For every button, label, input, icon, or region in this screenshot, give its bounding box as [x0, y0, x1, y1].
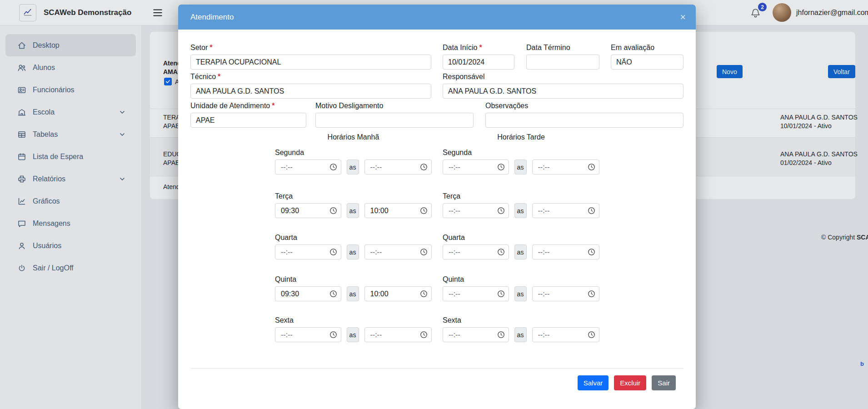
clock-icon	[588, 248, 595, 256]
day-label: Quarta	[443, 234, 599, 242]
tecnico-input[interactable]	[190, 84, 431, 99]
time-separator: as	[347, 244, 359, 259]
clock-icon	[420, 163, 428, 171]
schedule-segunda-morning: Segunda --:-- as --:--	[275, 149, 432, 175]
time-separator: as	[347, 327, 359, 342]
em-avaliacao-input[interactable]	[611, 55, 683, 70]
clock-icon	[497, 207, 505, 214]
time-input-end[interactable]: --:--	[532, 327, 600, 342]
time-input-end[interactable]: 10:00	[364, 286, 432, 301]
close-icon[interactable]: ×	[680, 5, 686, 30]
schedule-quinta-afternoon: Quinta --:-- as --:--	[443, 275, 599, 301]
field-em-avaliacao: Em avaliação	[611, 44, 683, 70]
day-label: Segunda	[443, 149, 599, 157]
sair-button[interactable]: Sair	[652, 375, 676, 390]
clock-icon	[329, 290, 337, 298]
modal-header: Atendimento ×	[178, 5, 696, 30]
time-input-start[interactable]: --:--	[443, 327, 509, 342]
day-label: Terça	[443, 192, 599, 200]
time-input-end[interactable]: --:--	[364, 160, 432, 175]
time-input-start[interactable]: --:--	[275, 160, 341, 175]
schedule-terca-afternoon: Terça --:-- as --:--	[443, 192, 599, 218]
time-input-end[interactable]: --:--	[532, 286, 600, 301]
excluir-button[interactable]: Excluir	[614, 375, 646, 390]
clock-icon	[329, 207, 337, 214]
time-input-start[interactable]: --:--	[443, 286, 509, 301]
schedule-terca-morning: Terça 09:30 as 10:00	[275, 192, 432, 218]
data-termino-input[interactable]	[526, 55, 599, 70]
field-data-termino: Data Término	[526, 44, 599, 70]
time-input-start[interactable]: 09:30	[275, 286, 341, 301]
schedule-sexta-afternoon: Sexta --:-- as --:--	[443, 316, 599, 342]
day-label: Terça	[275, 192, 432, 200]
time-separator: as	[514, 244, 527, 259]
clock-icon	[420, 207, 428, 214]
time-input-end[interactable]: --:--	[532, 160, 600, 175]
time-input-end[interactable]: 10:00	[364, 203, 432, 218]
responsavel-input[interactable]	[443, 84, 683, 99]
field-tecnico: Técnico*	[190, 73, 431, 99]
time-input-end[interactable]: --:--	[532, 203, 600, 218]
day-label: Quinta	[275, 275, 432, 284]
field-label: Unidade de Atendimento*	[190, 102, 306, 110]
time-input-start[interactable]: --:--	[443, 160, 509, 175]
schedule-quinta-morning: Quinta 09:30 as 10:00	[275, 275, 432, 301]
schedule-quarta-morning: Quarta --:-- as --:--	[275, 234, 432, 259]
field-setor: Setor*	[190, 44, 431, 70]
time-input-start[interactable]: 09:30	[275, 203, 341, 218]
modal-footer-buttons: Salvar Excluir Sair	[578, 375, 676, 390]
required-marker: *	[210, 44, 212, 51]
motivo-desligamento-input[interactable]	[315, 113, 474, 128]
clock-icon	[420, 248, 428, 256]
day-label: Segunda	[275, 149, 432, 157]
field-label: Observações	[485, 102, 683, 110]
modal-title: Atendimento	[190, 5, 234, 30]
field-data-inicio: Data Início*	[443, 44, 514, 70]
time-separator: as	[347, 160, 359, 175]
field-label: Em avaliação	[611, 44, 683, 52]
field-label: Data Início*	[443, 44, 514, 52]
data-inicio-input[interactable]	[443, 55, 514, 70]
morning-schedule-title: Horários Manhã	[275, 133, 432, 141]
time-input-end[interactable]: --:--	[532, 244, 600, 259]
unidade-atendimento-input[interactable]	[190, 113, 306, 128]
setor-input[interactable]	[190, 55, 431, 70]
field-label: Motivo Desligamento	[315, 102, 474, 110]
clock-icon	[329, 163, 337, 171]
field-label: Data Término	[526, 44, 599, 52]
time-input-start[interactable]: --:--	[443, 203, 509, 218]
time-separator: as	[514, 203, 527, 218]
required-marker: *	[272, 102, 274, 110]
clock-icon	[329, 331, 337, 339]
clock-icon	[497, 163, 505, 171]
day-label: Sexta	[443, 316, 599, 324]
schedule-quarta-afternoon: Quarta --:-- as --:--	[443, 234, 599, 259]
time-input-start[interactable]: --:--	[443, 244, 509, 259]
clock-icon	[497, 248, 505, 256]
salvar-button[interactable]: Salvar	[578, 375, 609, 390]
time-separator: as	[514, 286, 527, 301]
time-input-start[interactable]: --:--	[275, 244, 341, 259]
time-separator: as	[514, 327, 527, 342]
day-label: Sexta	[275, 316, 432, 324]
afternoon-schedule-title: Horários Tarde	[443, 133, 599, 141]
clock-icon	[588, 290, 595, 298]
time-separator: as	[514, 160, 527, 175]
clock-icon	[329, 248, 337, 256]
time-input-start[interactable]: --:--	[275, 327, 341, 342]
time-input-end[interactable]: --:--	[364, 327, 432, 342]
time-separator: as	[347, 203, 359, 218]
field-observacoes: Observações	[485, 102, 683, 128]
clock-icon	[588, 207, 595, 214]
field-label: Setor*	[190, 44, 431, 52]
field-label: Técnico*	[190, 73, 431, 81]
clock-icon	[420, 290, 428, 298]
day-label: Quinta	[443, 275, 599, 284]
clock-icon	[497, 331, 505, 339]
required-marker: *	[479, 44, 482, 51]
field-unidade-atendimento: Unidade de Atendimento*	[190, 102, 306, 128]
clock-icon	[588, 331, 595, 339]
observacoes-input[interactable]	[485, 113, 683, 128]
time-input-end[interactable]: --:--	[364, 244, 432, 259]
schedule-sexta-morning: Sexta --:-- as --:--	[275, 316, 432, 342]
